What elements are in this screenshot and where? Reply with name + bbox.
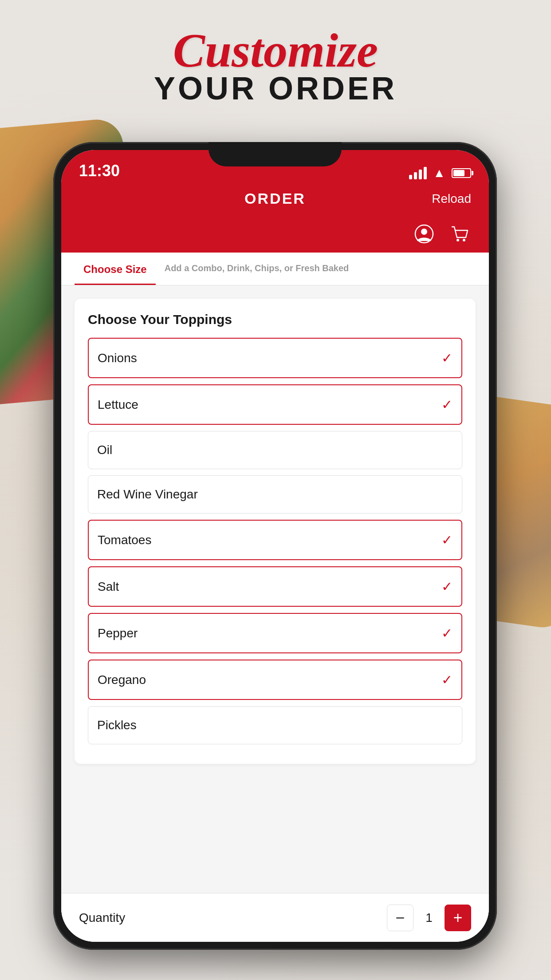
app-header: ORDER Reload [61, 186, 489, 216]
check-pepper-icon: ✓ [441, 625, 453, 641]
quantity-label: Quantity [79, 911, 125, 925]
topping-salt-label: Salt [98, 580, 119, 594]
quantity-controls: − 1 + [387, 905, 471, 931]
quantity-value: 1 [422, 911, 436, 925]
battery-icon [452, 168, 471, 178]
topping-pickles-label: Pickles [97, 718, 137, 732]
tab-add-combo[interactable]: Add a Combo, Drink, Chips, or Fresh Bake… [156, 253, 358, 285]
topping-oil[interactable]: Oil [88, 431, 462, 469]
topping-tomatoes[interactable]: Tomatoes ✓ [88, 520, 462, 560]
quantity-minus-button[interactable]: − [387, 905, 413, 931]
topping-salt[interactable]: Salt ✓ [88, 566, 462, 607]
topping-lettuce-label: Lettuce [98, 398, 138, 412]
header-title: ORDER [210, 190, 341, 207]
account-icon[interactable] [413, 222, 436, 245]
topping-pickles[interactable]: Pickles [88, 706, 462, 744]
wifi-icon: ▲ [433, 166, 445, 180]
phone-screen: 11:30 ▲ ORDER Reload [61, 150, 489, 942]
check-lettuce-icon: ✓ [441, 397, 453, 412]
header-icons [61, 216, 489, 253]
check-onions-icon: ✓ [441, 350, 453, 366]
title-customize: Customize [173, 27, 378, 75]
status-icons: ▲ [409, 166, 471, 180]
topping-red-wine-vinegar-label: Red Wine Vinegar [97, 487, 198, 502]
toppings-card: Choose Your Toppings Onions ✓ Lettuce ✓ … [75, 299, 476, 764]
reload-button[interactable]: Reload [432, 192, 471, 206]
topping-oregano-label: Oregano [98, 673, 146, 687]
cart-icon[interactable] [448, 222, 471, 245]
svg-point-1 [421, 229, 427, 235]
tabs-bar: Choose Size Add a Combo, Drink, Chips, o… [61, 253, 489, 285]
check-oregano-icon: ✓ [441, 672, 453, 688]
topping-red-wine-vinegar[interactable]: Red Wine Vinegar [88, 475, 462, 514]
topping-oil-label: Oil [97, 443, 112, 457]
phone-frame: 11:30 ▲ ORDER Reload [53, 142, 497, 950]
status-time: 11:30 [79, 162, 120, 180]
topping-pepper[interactable]: Pepper ✓ [88, 613, 462, 653]
title-your-order: YOUR ORDER [154, 70, 397, 107]
topping-oregano[interactable]: Oregano ✓ [88, 660, 462, 700]
topping-onions[interactable]: Onions ✓ [88, 338, 462, 378]
topping-lettuce[interactable]: Lettuce ✓ [88, 384, 462, 425]
quantity-plus-button[interactable]: + [445, 905, 471, 931]
tab-choose-size[interactable]: Choose Size [75, 253, 156, 285]
topping-onions-label: Onions [98, 351, 137, 365]
check-tomatoes-icon: ✓ [441, 532, 453, 548]
phone-notch [209, 142, 342, 166]
bottom-bar: Quantity − 1 + [61, 893, 489, 942]
topping-pepper-label: Pepper [98, 626, 138, 640]
check-salt-icon: ✓ [441, 579, 453, 594]
content-area: Choose Your Toppings Onions ✓ Lettuce ✓ … [61, 285, 489, 942]
svg-point-2 [457, 239, 459, 241]
svg-point-3 [463, 239, 465, 241]
topping-tomatoes-label: Tomatoes [98, 533, 151, 547]
page-title-area: Customize YOUR ORDER [0, 27, 551, 107]
signal-icon [409, 167, 427, 179]
toppings-section-title: Choose Your Toppings [88, 312, 462, 327]
